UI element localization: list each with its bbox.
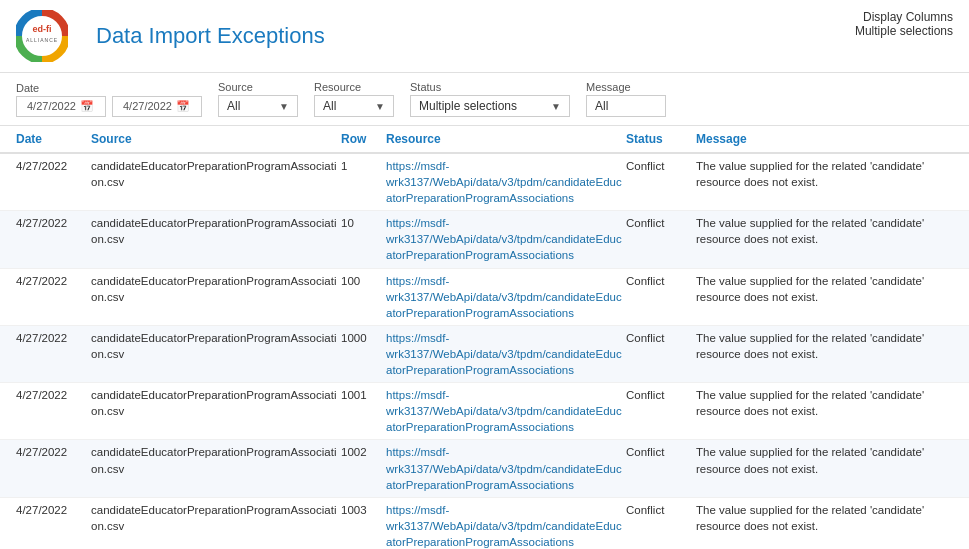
table-body: 4/27/2022 candidateEducatorPreparationPr…: [0, 154, 969, 549]
col-header-message: Message: [696, 132, 953, 146]
cell-status: Conflict: [626, 273, 696, 289]
date-from-input[interactable]: 4/27/2022 📅: [16, 96, 106, 117]
cell-date: 4/27/2022: [16, 158, 91, 174]
svg-text:ALLIANCE: ALLIANCE: [26, 37, 58, 43]
cell-status: Conflict: [626, 158, 696, 174]
logo-area: ed-fi ALLIANCE: [16, 10, 68, 62]
cell-resource: https://msdf-wrk3137/WebApi/data/v3/tpdm…: [386, 215, 626, 263]
col-header-source: Source: [91, 132, 341, 146]
cell-source: candidateEducatorPreparationProgramAssoc…: [91, 444, 341, 476]
cell-date: 4/27/2022: [16, 215, 91, 231]
cell-message: The value supplied for the related 'cand…: [696, 444, 953, 476]
cell-resource: https://msdf-wrk3137/WebApi/data/v3/tpdm…: [386, 444, 626, 492]
cell-resource: https://msdf-wrk3137/WebApi/data/v3/tpdm…: [386, 273, 626, 321]
cell-status: Conflict: [626, 330, 696, 346]
message-filter-value: All: [595, 99, 608, 113]
calendar-to-icon[interactable]: 📅: [176, 100, 190, 113]
cell-row: 1002: [341, 444, 386, 460]
col-header-status: Status: [626, 132, 696, 146]
resource-dropdown-arrow: ▼: [367, 101, 385, 112]
cell-status: Conflict: [626, 444, 696, 460]
display-columns-label: Display Columns: [855, 10, 953, 24]
table-row: 4/27/2022 candidateEducatorPreparationPr…: [0, 383, 969, 440]
cell-date: 4/27/2022: [16, 387, 91, 403]
source-dropdown-arrow: ▼: [271, 101, 289, 112]
cell-row: 1000: [341, 330, 386, 346]
cell-resource: https://msdf-wrk3137/WebApi/data/v3/tpdm…: [386, 502, 626, 549]
table-row: 4/27/2022 candidateEducatorPreparationPr…: [0, 326, 969, 383]
cell-date: 4/27/2022: [16, 444, 91, 460]
cell-date: 4/27/2022: [16, 330, 91, 346]
message-filter-label: Message: [586, 81, 666, 93]
ed-fi-logo: ed-fi ALLIANCE: [16, 10, 68, 62]
filters-bar: Date 4/27/2022 📅 4/27/2022 📅 Source All …: [0, 73, 969, 126]
source-dropdown-value: All: [227, 99, 240, 113]
source-filter-group: Source All ▼: [218, 81, 298, 117]
cell-row: 1: [341, 158, 386, 174]
cell-date: 4/27/2022: [16, 273, 91, 289]
cell-source: candidateEducatorPreparationProgramAssoc…: [91, 273, 341, 305]
col-header-resource: Resource: [386, 132, 626, 146]
message-filter-input[interactable]: All: [586, 95, 666, 117]
table-row: 4/27/2022 candidateEducatorPreparationPr…: [0, 211, 969, 268]
resource-dropdown-value: All: [323, 99, 336, 113]
svg-text:ed-fi: ed-fi: [33, 24, 52, 34]
cell-row: 1003: [341, 502, 386, 518]
cell-row: 1001: [341, 387, 386, 403]
message-filter-group: Message All: [586, 81, 666, 117]
cell-date: 4/27/2022: [16, 502, 91, 518]
table-row: 4/27/2022 candidateEducatorPreparationPr…: [0, 154, 969, 211]
cell-message: The value supplied for the related 'cand…: [696, 273, 953, 305]
date-to-value: 4/27/2022: [123, 100, 172, 112]
page-title: Data Import Exceptions: [96, 23, 325, 49]
col-header-date: Date: [16, 132, 91, 146]
date-from-value: 4/27/2022: [27, 100, 76, 112]
date-to-input[interactable]: 4/27/2022 📅: [112, 96, 202, 117]
page-header: ed-fi ALLIANCE Data Import Exceptions Di…: [0, 0, 969, 73]
cell-message: The value supplied for the related 'cand…: [696, 158, 953, 190]
col-header-row: Row: [341, 132, 386, 146]
cell-message: The value supplied for the related 'cand…: [696, 215, 953, 247]
cell-resource: https://msdf-wrk3137/WebApi/data/v3/tpdm…: [386, 387, 626, 435]
date-filter-group: Date 4/27/2022 📅 4/27/2022 📅: [16, 82, 202, 117]
cell-status: Conflict: [626, 502, 696, 518]
calendar-from-icon[interactable]: 📅: [80, 100, 94, 113]
cell-message: The value supplied for the related 'cand…: [696, 387, 953, 419]
table-row: 4/27/2022 candidateEducatorPreparationPr…: [0, 269, 969, 326]
date-filter-label: Date: [16, 82, 202, 94]
status-dropdown[interactable]: Multiple selections ▼: [410, 95, 570, 117]
cell-resource: https://msdf-wrk3137/WebApi/data/v3/tpdm…: [386, 158, 626, 206]
resource-filter-label: Resource: [314, 81, 394, 93]
display-columns-value: Multiple selections: [855, 24, 953, 38]
cell-message: The value supplied for the related 'cand…: [696, 330, 953, 362]
table-row: 4/27/2022 candidateEducatorPreparationPr…: [0, 498, 969, 549]
cell-source: candidateEducatorPreparationProgramAssoc…: [91, 215, 341, 247]
cell-source: candidateEducatorPreparationProgramAssoc…: [91, 387, 341, 419]
cell-source: candidateEducatorPreparationProgramAssoc…: [91, 502, 341, 534]
resource-dropdown[interactable]: All ▼: [314, 95, 394, 117]
display-columns-panel: Display Columns Multiple selections: [855, 10, 953, 38]
table-row: 4/27/2022 candidateEducatorPreparationPr…: [0, 440, 969, 497]
source-dropdown[interactable]: All ▼: [218, 95, 298, 117]
status-filter-label: Status: [410, 81, 570, 93]
date-filter-row: 4/27/2022 📅 4/27/2022 📅: [16, 96, 202, 117]
status-dropdown-arrow: ▼: [543, 101, 561, 112]
cell-source: candidateEducatorPreparationProgramAssoc…: [91, 330, 341, 362]
status-filter-group: Status Multiple selections ▼: [410, 81, 570, 117]
cell-row: 100: [341, 273, 386, 289]
table-header: Date Source Row Resource Status Message: [0, 126, 969, 154]
cell-status: Conflict: [626, 387, 696, 403]
cell-resource: https://msdf-wrk3137/WebApi/data/v3/tpdm…: [386, 330, 626, 378]
resource-filter-group: Resource All ▼: [314, 81, 394, 117]
status-dropdown-value: Multiple selections: [419, 99, 517, 113]
cell-message: The value supplied for the related 'cand…: [696, 502, 953, 534]
cell-source: candidateEducatorPreparationProgramAssoc…: [91, 158, 341, 190]
cell-status: Conflict: [626, 215, 696, 231]
source-filter-label: Source: [218, 81, 298, 93]
cell-row: 10: [341, 215, 386, 231]
